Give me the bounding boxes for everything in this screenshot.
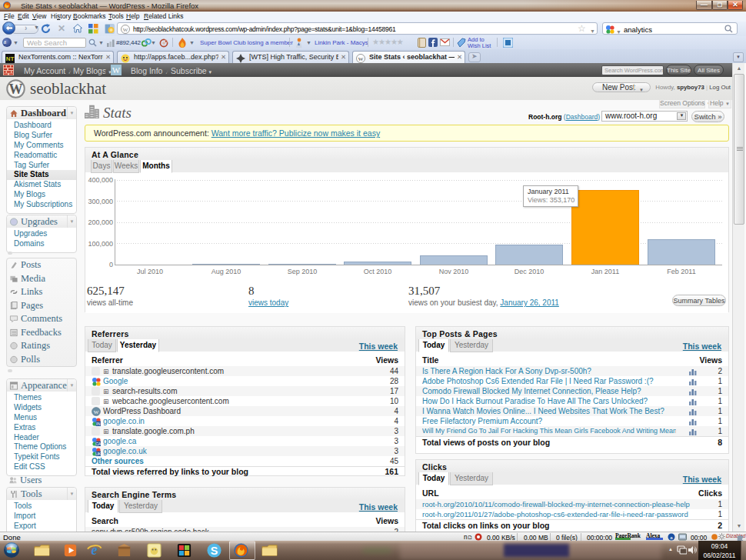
svg-text:UK: UK <box>95 452 101 456</box>
svg-text:W: W <box>112 65 121 75</box>
svg-text:e: e <box>91 542 97 558</box>
svg-text:S: S <box>211 545 218 557</box>
svg-text:W: W <box>358 56 364 62</box>
svg-text:W: W <box>123 27 128 33</box>
svg-text:CA: CA <box>95 442 101 446</box>
svg-text:NT: NT <box>6 55 15 62</box>
svg-text:IN: IN <box>96 422 101 426</box>
svg-text:W: W <box>9 82 23 97</box>
svg-text:W: W <box>94 408 99 415</box>
